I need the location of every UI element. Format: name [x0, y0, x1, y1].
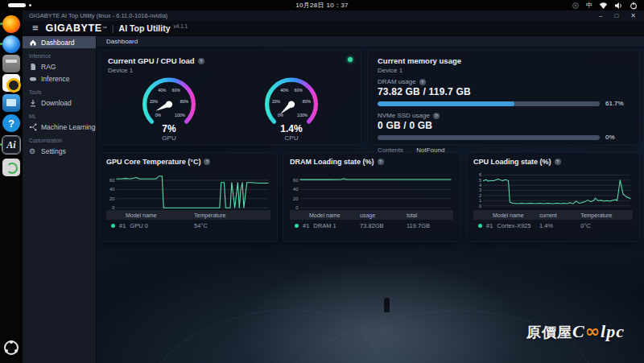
- sidebar-item-machine-learning[interactable]: Machine Learning: [23, 121, 96, 133]
- nvme-usage-label: NVMe SSD usage: [378, 112, 430, 119]
- chat-icon: [29, 75, 37, 83]
- device-label: Device 1: [108, 67, 353, 74]
- info-icon[interactable]: ?: [419, 79, 426, 85]
- device-label: Device 1: [378, 67, 630, 74]
- file-manager-icon[interactable]: [2, 55, 20, 72]
- svg-text:40%: 40%: [280, 88, 289, 93]
- download-icon: [29, 99, 37, 107]
- svg-text:2: 2: [479, 193, 481, 198]
- minimize-button[interactable]: –: [599, 10, 602, 21]
- dram-progress-fill: [378, 101, 514, 106]
- indicator-circle-icon[interactable]: [572, 2, 580, 10]
- cpu-loading-chart: 0123456: [473, 168, 633, 210]
- svg-text:6: 6: [479, 172, 481, 177]
- dram-usage-value: 73.82 GB / 119.7 GB: [378, 86, 630, 97]
- sidebar-section-ml: ML: [23, 109, 96, 121]
- legend-dot: [478, 224, 482, 228]
- panel-title: Current memory usage: [378, 56, 461, 65]
- help-icon[interactable]: ?: [2, 114, 20, 132]
- cpu-load-value: 1.4%: [280, 124, 302, 134]
- dram-percent-label: 61.7%: [605, 100, 630, 107]
- chart-title: GPU Core Temperature (°C): [106, 158, 200, 166]
- sidebar-item-settings[interactable]: ⚙ Settings: [23, 145, 96, 157]
- hamburger-menu-icon[interactable]: ≡: [23, 21, 46, 35]
- firefox-icon[interactable]: [2, 15, 20, 33]
- svg-text:20: 20: [293, 196, 298, 201]
- info-icon[interactable]: ?: [378, 159, 384, 165]
- ml-branch-icon: [29, 123, 37, 131]
- info-icon[interactable]: ?: [204, 159, 210, 165]
- svg-text:0: 0: [295, 205, 298, 210]
- svg-text:3: 3: [479, 188, 481, 193]
- close-button[interactable]: ✕: [630, 10, 636, 21]
- svg-text:20%: 20%: [150, 99, 159, 104]
- app-version: v4.1.1: [174, 23, 188, 29]
- volume-icon[interactable]: [614, 2, 623, 10]
- sidebar-item-dashboard[interactable]: Dashboard: [23, 36, 96, 48]
- gauge-dial: 0%20%40%60%80%100%: [136, 74, 202, 126]
- info-icon[interactable]: ?: [433, 113, 440, 119]
- power-icon[interactable]: [630, 2, 638, 10]
- ai-top-utility-icon[interactable]: Ai: [2, 136, 20, 154]
- background-figure: [384, 298, 390, 312]
- svg-text:40: 40: [109, 187, 114, 192]
- media-player-icon[interactable]: [2, 74, 20, 92]
- svg-text:60%: 60%: [172, 88, 181, 93]
- status-dot: [348, 57, 353, 62]
- svg-text:60%: 60%: [295, 88, 303, 93]
- table-row: #1 GPU 0 54°C: [106, 220, 270, 231]
- breadcrumb: Dashboard: [97, 36, 644, 47]
- os-clock[interactable]: 10月28日 10：37: [0, 1, 644, 10]
- software-app-icon[interactable]: [2, 94, 20, 112]
- ime-indicator[interactable]: 中: [586, 1, 592, 10]
- thunderbird-icon[interactable]: [2, 35, 20, 53]
- panel-gpu-cpu-load: Current GPU / CPU load ? Device 1 0%20%4…: [99, 50, 361, 146]
- app-window: GIGABYTE AI Top Utility (linux - 6.11.0-…: [23, 10, 644, 363]
- svg-text:0: 0: [112, 205, 114, 210]
- nvme-usage-value: 0 GB / 0 GB: [378, 120, 630, 131]
- sidebar-item-inference[interactable]: Inference: [23, 72, 96, 85]
- nvme-progress-bar: [378, 135, 600, 140]
- window-titlebar[interactable]: GIGABYTE AI Top Utility (linux - 6.11.0-…: [23, 10, 644, 21]
- nvme-percent-label: 0%: [605, 134, 630, 141]
- panel-cpu-loading: CPU Loading state (%) ? 0123456 Model na…: [466, 152, 640, 242]
- maximize-button[interactable]: □: [614, 10, 618, 21]
- trademark-mark: ™: [102, 26, 107, 31]
- wifi-icon[interactable]: [599, 2, 608, 10]
- legend-dot: [295, 224, 299, 228]
- svg-text:100%: 100%: [175, 113, 186, 118]
- gear-icon: ⚙: [29, 147, 37, 155]
- sidebar-item-rag[interactable]: RAG: [23, 60, 96, 72]
- system-tray: 中: [572, 1, 644, 10]
- info-icon[interactable]: ?: [555, 159, 561, 165]
- svg-text:0%: 0%: [278, 113, 284, 118]
- gpu-temperature-chart: 0204060: [106, 168, 270, 210]
- gauge-dial: 0%20%40%60%80%100%: [258, 74, 324, 126]
- dashboard-background: Current GPU / CPU load ? Device 1 0%20%4…: [97, 47, 644, 363]
- window-title: GIGABYTE AI Top Utility (linux - 6.11.0-…: [23, 12, 167, 19]
- table-header: Model name Temperature: [106, 210, 270, 220]
- table-row: #1 DRAM 1 73.82GB 119.7GB: [290, 220, 453, 231]
- app-header: ≡ GIGABYTE ™ | AI Top Utility v4.1.1: [23, 21, 644, 36]
- gpu-load-value: 7%: [162, 124, 175, 134]
- svg-text:0: 0: [479, 204, 481, 208]
- gpu-load-gauge: 0%20%40%60%80%100% 7% GPU: [108, 74, 230, 142]
- cpu-load-gauge: 0%20%40%60%80%100% 1.4% CPU: [230, 74, 353, 142]
- brand-separator: |: [112, 23, 114, 33]
- table-row: #1 Cortex-X925 1.4% 0°C: [473, 220, 633, 231]
- info-icon[interactable]: ?: [198, 58, 204, 64]
- panel-title: Current GPU / CPU load: [108, 56, 195, 65]
- svg-text:100%: 100%: [297, 113, 308, 118]
- panel-gpu-temperature: GPU Core Temperature (°C) ? 0204060 Mode…: [99, 152, 278, 242]
- home-icon: [29, 39, 37, 47]
- svg-text:5: 5: [479, 178, 481, 183]
- panel-dram-loading: DRAM Loading state (%) ? 0204060 Model n…: [283, 152, 460, 242]
- app-name: AI Top Utility: [119, 23, 171, 33]
- dram-loading-chart: 0204060: [290, 168, 453, 210]
- ubuntu-launcher-icon[interactable]: [4, 340, 19, 355]
- package-manager-icon[interactable]: [2, 159, 20, 176]
- table-header: Model name usage total: [290, 210, 453, 220]
- table-header: Model name current Temperature: [473, 210, 633, 220]
- svg-text:80%: 80%: [180, 99, 189, 104]
- sidebar-item-download[interactable]: Download: [23, 97, 96, 109]
